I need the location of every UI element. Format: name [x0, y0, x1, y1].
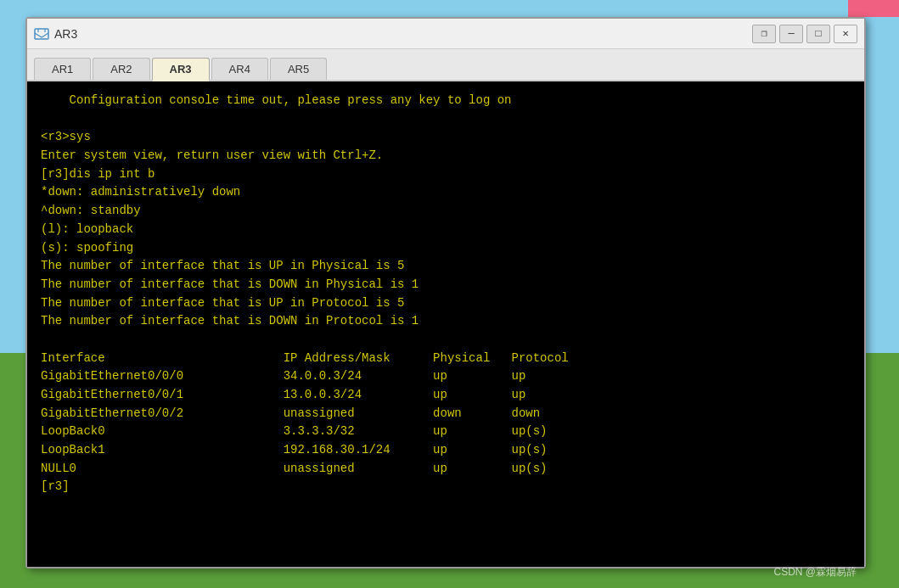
tab-AR4[interactable]: AR4	[211, 58, 268, 80]
tab-AR2[interactable]: AR2	[93, 58, 149, 80]
close-button[interactable]: ✕	[834, 25, 857, 43]
tab-AR3[interactable]: AR3	[152, 58, 210, 81]
tab-bar: AR1 AR2 AR3 AR4 AR5	[27, 49, 864, 81]
watermark: CSDN @霖烟易辞	[773, 565, 857, 580]
window-title: AR3	[54, 27, 752, 41]
tab-AR1[interactable]: AR1	[34, 58, 91, 80]
terminal-output: Configuration console time out, please p…	[41, 92, 851, 496]
maximize-button[interactable]: □	[806, 25, 830, 43]
restore-button[interactable]: ❐	[752, 25, 776, 43]
title-bar: AR3 ❐ ─ □ ✕	[27, 19, 864, 49]
tab-AR5[interactable]: AR5	[270, 58, 327, 80]
minimize-button[interactable]: ─	[779, 25, 803, 43]
terminal-area[interactable]: Configuration console time out, please p…	[27, 81, 864, 567]
corner-decoration	[848, 0, 899, 17]
window-controls: ❐ ─ □ ✕	[752, 25, 857, 43]
main-window: AR3 ❐ ─ □ ✕ AR1 AR2 AR3 AR4 AR5 Configur…	[25, 17, 866, 568]
window-icon	[34, 26, 49, 42]
